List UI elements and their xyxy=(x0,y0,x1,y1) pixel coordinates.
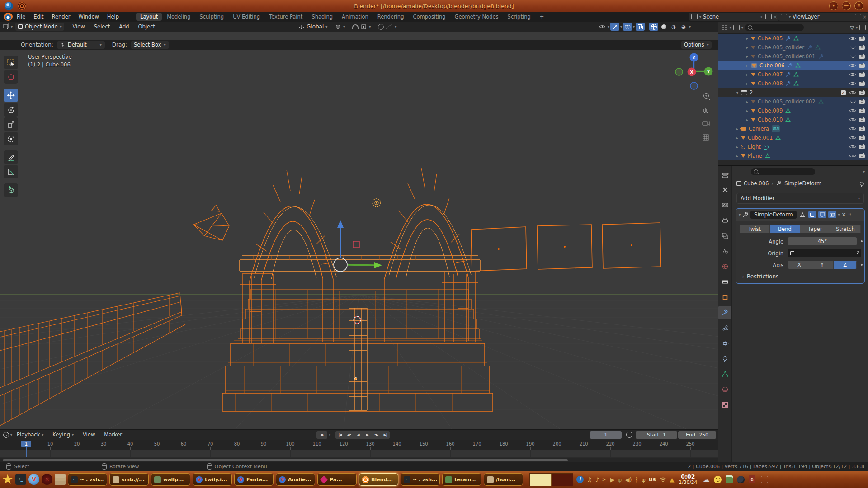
orientation-global[interactable]: Global xyxy=(307,23,324,30)
new-collection-icon[interactable] xyxy=(859,25,866,30)
tool-annotate[interactable] xyxy=(4,150,18,164)
modifier-extras-icon[interactable]: ▾ xyxy=(838,213,840,217)
workspace-tab-shading[interactable]: Shading xyxy=(307,13,337,21)
menu-render[interactable]: Render xyxy=(52,14,71,20)
task-button-wallp[interactable]: wallp... xyxy=(151,473,190,486)
task-button-hom[interactable]: /hom... xyxy=(484,473,523,486)
show-object-types-icon[interactable] xyxy=(598,23,607,31)
axis-option-x[interactable]: X xyxy=(788,261,811,269)
workspace-tab-sculpting[interactable]: Sculpting xyxy=(195,13,228,21)
wallet-icon[interactable] xyxy=(737,476,745,483)
menu-window[interactable]: Window xyxy=(78,14,99,20)
pager-desktop-1[interactable] xyxy=(530,474,552,486)
navigation-axis-gizmo[interactable]: Z Y X xyxy=(675,53,713,90)
restrictions-row[interactable]: › Restrictions xyxy=(736,272,864,280)
properties-tab-constraints[interactable] xyxy=(718,352,731,366)
expand-icon[interactable]: ▸ xyxy=(745,118,750,122)
clock[interactable]: 0:02 1/30/24 xyxy=(679,474,697,485)
timeline-scrollbar[interactable] xyxy=(3,459,568,461)
hide-eye-icon[interactable] xyxy=(849,135,856,141)
music-tray-icon[interactable]: ♫ xyxy=(587,476,592,483)
disable-render-icon[interactable] xyxy=(859,127,865,131)
mode-dropdown[interactable]: Object Mode ▾ xyxy=(15,23,64,31)
outliner-row-cube-005[interactable]: ▸Cube.005 xyxy=(718,34,868,43)
tool-measure[interactable] xyxy=(4,165,18,178)
object-name[interactable]: Cube.006 xyxy=(760,62,784,69)
delete-modifier-icon[interactable]: × xyxy=(842,211,846,218)
expand-icon[interactable]: ▸ xyxy=(745,64,750,68)
tool-cursor[interactable] xyxy=(4,70,18,84)
outliner-row-camera[interactable]: ▸Camera xyxy=(718,124,868,133)
modifier-name-field[interactable]: SimpleDeform xyxy=(750,211,797,219)
properties-tab-particles[interactable] xyxy=(718,321,731,335)
drag-dropdown[interactable]: Select Box ▾ xyxy=(131,41,169,49)
disable-render-icon[interactable] xyxy=(859,37,865,41)
disable-render-icon[interactable] xyxy=(859,100,865,104)
task-button-teram[interactable]: teram... xyxy=(442,473,481,486)
wifi-icon[interactable] xyxy=(659,476,667,483)
add-workspace-button[interactable]: + xyxy=(536,13,548,21)
deform-mode-bend[interactable]: Bend xyxy=(770,225,800,233)
pager-desktop-2[interactable] xyxy=(552,474,573,486)
hide-eye-closed-icon[interactable] xyxy=(850,45,856,50)
object-name[interactable]: Cube.005_collider.002 xyxy=(758,99,816,105)
expand-icon[interactable]: ▸ xyxy=(735,154,740,158)
outliner-row-cube-010[interactable]: ▸Cube.010 xyxy=(718,115,868,124)
timeline-menu-playback[interactable]: Playback▾ xyxy=(17,432,43,438)
pin-icon[interactable]: ⚬ xyxy=(760,14,763,19)
timeline-ruler[interactable]: 1020304050607080901001101201301401501601… xyxy=(0,440,718,450)
overlays-icon[interactable] xyxy=(623,23,632,31)
hide-eye-icon[interactable] xyxy=(849,117,856,122)
hide-eye-icon[interactable] xyxy=(849,72,856,77)
viewlayer-selector[interactable]: ▾ ViewLayer × xyxy=(778,13,868,21)
collection-checkbox[interactable]: ✓ xyxy=(841,90,846,95)
close-button[interactable]: × xyxy=(854,1,863,10)
launcher-browser-icon[interactable]: V xyxy=(28,474,39,485)
pivot-point-icon[interactable] xyxy=(335,23,341,30)
object-name[interactable]: Plane xyxy=(748,153,762,159)
disable-render-icon[interactable] xyxy=(859,55,865,59)
expand-icon[interactable]: ▸ xyxy=(735,145,740,149)
workspace-tab-modeling[interactable]: Modeling xyxy=(163,13,194,21)
outliner-row-2[interactable]: ▾2✓ xyxy=(718,88,868,97)
keyboard-layout[interactable]: us xyxy=(649,476,656,483)
outliner-row-plane[interactable]: ▸Plane xyxy=(718,151,868,160)
outliner-row-cube-005-collider[interactable]: ▸Cube.005_collider xyxy=(718,43,868,52)
properties-tab-physics[interactable] xyxy=(718,337,731,350)
workspace-tab-compositing[interactable]: Compositing xyxy=(409,13,449,21)
menu-file[interactable]: File xyxy=(17,14,25,20)
usb-tray-icon[interactable]: ψ xyxy=(642,476,646,483)
filter-icon[interactable]: ▽ xyxy=(850,25,854,31)
outliner-editor-icon[interactable] xyxy=(721,25,728,31)
bluetooth-tray-icon[interactable]: ᛒ xyxy=(635,476,639,483)
viewport-nav-buttons[interactable] xyxy=(703,94,710,141)
menu-star-icon[interactable] xyxy=(2,474,13,485)
properties-tab-render[interactable] xyxy=(718,198,731,212)
eyedropper-icon[interactable] xyxy=(854,251,859,256)
play-icon[interactable]: ▶ xyxy=(363,431,372,439)
falloff-curve-icon[interactable] xyxy=(386,23,393,30)
properties-tab-material[interactable] xyxy=(718,383,731,396)
3d-viewport[interactable]: Z Y X Orientation: Default ▾ Drag: Selec… xyxy=(0,32,718,429)
workspace-tab-scripting[interactable]: Scripting xyxy=(504,13,535,21)
expand-icon[interactable]: ▸ xyxy=(745,46,750,50)
task-button-smb[interactable]: smb://... xyxy=(109,473,149,486)
hide-eye-icon[interactable] xyxy=(849,108,856,113)
deform-mode-taper[interactable]: Taper xyxy=(800,225,830,233)
outliner-row-cube-005-collider-001[interactable]: ▸Cube.005_collider.001 xyxy=(718,52,868,61)
copy-viewlayer-icon[interactable] xyxy=(855,14,861,19)
breadcrumb-object[interactable]: Cube.006 xyxy=(744,180,769,187)
properties-tab-object[interactable] xyxy=(718,291,731,304)
expand-icon[interactable]: ▾ xyxy=(735,91,740,95)
properties-tab-view-layer[interactable] xyxy=(718,229,731,243)
tool-scale[interactable] xyxy=(4,117,18,131)
mic-tray-icon[interactable]: ψ xyxy=(618,476,622,483)
properties-tab-scene[interactable] xyxy=(718,244,731,258)
shading-wireframe-icon[interactable] xyxy=(649,23,658,31)
outliner-row-cube-008[interactable]: ▸Cube.008 xyxy=(718,79,868,88)
frame-end-field[interactable]: End 250 xyxy=(678,431,716,439)
hide-eye-closed-icon[interactable] xyxy=(850,54,856,59)
axis-animate-dot[interactable] xyxy=(861,264,863,266)
breadcrumb-modifier[interactable]: SimpleDeform xyxy=(784,180,821,187)
workspace-tab-animation[interactable]: Animation xyxy=(338,13,373,21)
